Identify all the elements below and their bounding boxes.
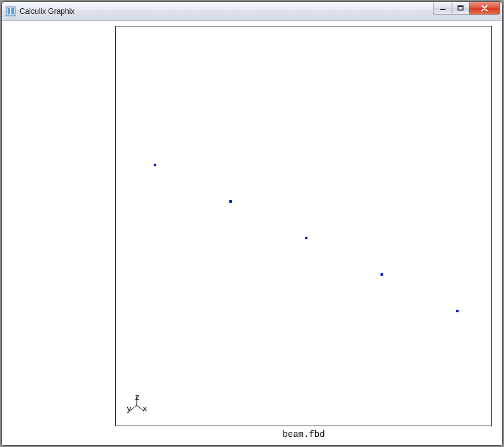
titlebar[interactable]: Calculix Graphix [2,2,502,21]
node-point [229,200,232,203]
viewport-3d[interactable]: z y x [115,26,492,426]
maximize-button[interactable] [452,2,469,14]
svg-rect-3 [440,9,445,10]
window-title: Calculix Graphix [20,7,74,16]
node-point [456,310,459,312]
app-window: Calculix Graphix [1,1,503,446]
filename-label: beam.fbd [115,429,492,439]
svg-rect-1 [8,8,10,14]
node-point [154,164,156,166]
axis-y-label: y [127,404,132,414]
node-point [381,273,383,276]
svg-rect-2 [11,8,14,14]
axis-z-label: z [135,393,140,402]
client-area: z y x beam.fbd [2,21,502,445]
app-icon [6,6,16,16]
minimize-button[interactable] [433,2,452,14]
window-controls [433,2,501,20]
close-button[interactable] [469,2,500,14]
svg-rect-5 [458,6,463,7]
node-point [305,237,307,239]
axis-x-label: x [142,404,147,414]
